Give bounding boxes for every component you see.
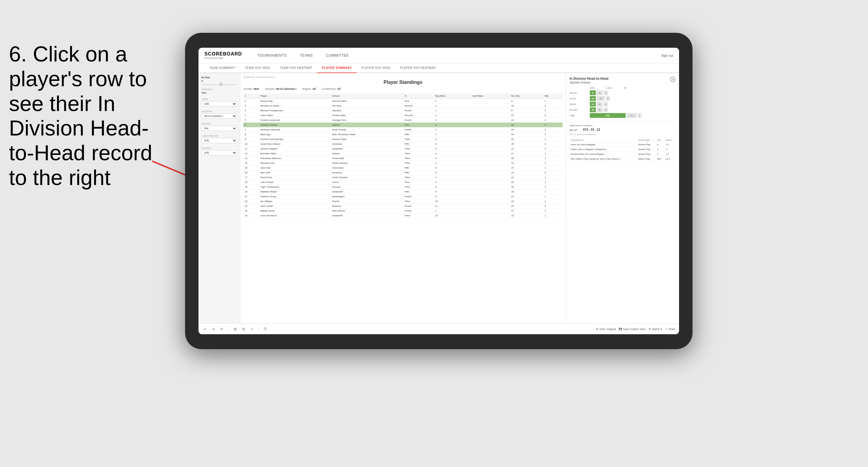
table-row[interactable]: 20 Matthew Riedel Vanderbilt Fifth 6 26 … (243, 189, 563, 194)
cell-school: Stanford (331, 108, 403, 113)
close-button[interactable]: ✕ (670, 77, 676, 82)
table-row[interactable]: 6 Jackson Koivun Auburn First 1 24 1 (243, 123, 563, 127)
h2h-row: 51-100 46 6 3 (569, 107, 676, 112)
nav-tab-teams[interactable]: TEAMS (293, 49, 320, 62)
table-row[interactable]: 5 Christo Lamprecht Georgia Tech Fourth … (243, 118, 563, 123)
h2h-grid-header: Win Loss Tie (569, 87, 676, 89)
tournament-row[interactable]: Mirabel Maui Jim Intercollegiate Stroke … (569, 152, 676, 157)
tab-player-summary[interactable]: PLAYER SUMMARY (317, 63, 357, 73)
cell-school: Missouri (331, 204, 403, 209)
cell-conf-rank (470, 137, 509, 142)
cell-no-rds: 24 (510, 137, 543, 142)
table-row[interactable]: 9 Preston Summerhays Arizona State Third… (243, 137, 563, 142)
table-row[interactable]: 12 Brendan Valles Auburn Third 4 27 1 (243, 151, 563, 156)
table-row[interactable]: 7 Nicholas Gabrelcik North Florida Fourt… (243, 127, 563, 132)
filter-row: Gender: Men Division: NCAA Division I Re… (243, 87, 563, 90)
conference-filter-value: All (337, 87, 341, 90)
cell-reg-rank: 1 (434, 113, 470, 118)
copy-button[interactable]: ⊞ (232, 326, 238, 332)
cell-player: Bastien Amat (259, 209, 331, 213)
paste-button[interactable]: ⧉ (241, 326, 247, 332)
table-row[interactable]: 11 Gordon Sargent Vanderbilt Third 4 21 … (243, 147, 563, 151)
table-row[interactable]: 1 Wenyi Ding Arizona State First 1 8 1 (243, 99, 563, 103)
table-row[interactable]: 10 Jacob Mou-Olesen Arkansas Fifth 3 25 … (243, 142, 563, 147)
center-panel: Update time: 27/03/2024 16:56:26 Player … (240, 73, 566, 323)
cell-no-rds: 27 (510, 113, 543, 118)
table-row[interactable]: 3 Michael Thorbjornsen Stanford Fourth 1… (243, 108, 563, 113)
cell-rank: 7 (243, 127, 259, 132)
nav-tab-tournaments[interactable]: TOURNAMENTS (251, 49, 293, 62)
region-select[interactable]: N/a (202, 126, 237, 131)
cell-no-rds: 27 (510, 166, 543, 170)
tab-team-h2h-heatmap[interactable]: TEAM H2H HEATMAP (275, 63, 317, 73)
year-select[interactable]: (All) (202, 101, 237, 106)
clock-button[interactable]: ⏱ (262, 326, 268, 332)
table-row[interactable]: 14 Maxwell Ford North Carolina Third 4 2… (243, 161, 563, 166)
col-win: Win (543, 93, 563, 99)
cell-player: Jake Hall (259, 166, 331, 170)
tab-team-summary[interactable]: TEAM SUMMARY (205, 63, 240, 73)
tab-team-h2h-grid[interactable]: TEAM H2H GRID (240, 63, 275, 73)
cell-no-rds: 24 (510, 132, 543, 137)
cell-year: Third (403, 199, 434, 204)
table-row[interactable]: 8 Mats Ege East Tennessee State Fifth 1 … (243, 132, 563, 137)
tab-player-h2h-heatmap[interactable]: PLAYER H2H HEATMAP (395, 63, 441, 73)
logo-title: SCOREBOARD (205, 51, 242, 57)
h2h-header: In Division Head-to-Head Jackson Koivun … (569, 77, 676, 84)
table-row[interactable]: 4 Luke Claton Florida State Second 1 27 … (243, 113, 563, 118)
cell-win: 1 (543, 156, 563, 161)
bottom-toolbar: ↩ ↪ ↻ ⊞ ⧉ ⤢ ⏱ 👁 View: Original 💾 Save Cu… (198, 323, 679, 334)
view-original-button[interactable]: 👁 View: Original (596, 328, 616, 331)
tournament-row[interactable]: Fallon Oak Collegiate Invitational Strok… (569, 147, 676, 152)
wl-percent: 98.1% (569, 129, 577, 132)
undo-button[interactable]: ↩ (202, 326, 208, 332)
division-select[interactable]: NCAA Division I (202, 114, 237, 119)
cell-year: Fourth (403, 118, 434, 123)
table-row[interactable]: 17 David Ford North Carolina Third 4 21 … (243, 175, 563, 180)
table-row[interactable]: 13 Phichaksn Maichon Texas A&M Third 6 3… (243, 156, 563, 161)
cell-player: Alex Goff (259, 170, 331, 175)
cell-player: Mats Ege (259, 132, 331, 137)
table-row[interactable]: 25 Cole Sherwood Vanderbilt Third 12 23 … (243, 213, 563, 218)
cell-win: 1 (543, 175, 563, 180)
table-header-row: # Player School Yr Reg Rank Conf Rank No… (243, 93, 563, 99)
conference-select[interactable]: (All) (202, 138, 237, 143)
gender-filter-label: Gender: (243, 87, 253, 90)
tournament-row[interactable]: SEC Match Play hosted by Jerry Pate Roun… (569, 157, 676, 161)
cell-rank: 24 (243, 209, 259, 213)
t-col-score: Score (664, 138, 676, 142)
sign-out-link[interactable]: Sign out (661, 54, 673, 57)
table-row[interactable]: 23 Jack Lundin Missouri Fourth 11 24 4 (243, 204, 563, 209)
cell-school: Tennessee (331, 166, 403, 170)
save-custom-view-button[interactable]: 💾 Save Custom View (619, 328, 646, 331)
no-rds-slider[interactable] (202, 84, 237, 85)
nav-tab-committee[interactable]: COMMITTEE (319, 49, 355, 62)
refresh-button[interactable]: ↻ (219, 326, 225, 332)
player-section: Player (All) (202, 147, 237, 155)
tournament-row[interactable]: Amer An Intercollegiate Stroke Play 4 -1… (569, 142, 676, 147)
cell-player: Jacob Mou-Olesen (259, 142, 331, 147)
watch-button[interactable]: 👁 Watch ▾ (649, 328, 662, 331)
cell-player: Jack Lundin (259, 204, 331, 209)
slider-thumb[interactable] (219, 83, 222, 86)
player-select[interactable]: (All) (202, 150, 237, 155)
cell-no-rds: 24 (510, 199, 543, 204)
table-row[interactable]: 2 Michael La Sasse Ole Miss Second 1 18 … (243, 103, 563, 108)
tab-player-h2h-grid[interactable]: PLAYER H2H GRID (357, 63, 395, 73)
t-col-event-type: Event Type (637, 138, 656, 142)
gender-filter-value: Men (254, 87, 259, 90)
table-row[interactable]: 21 Taehoon Song Washington Fourth 6 23 1 (243, 194, 563, 199)
expand-button[interactable]: ⤢ (249, 326, 255, 332)
cell-conf-rank (470, 123, 509, 127)
share-button[interactable]: ↗ Share (665, 328, 676, 331)
table-row[interactable]: 15 Jake Hall Tennessee Fifth 4 27 1 (243, 166, 563, 170)
table-row[interactable]: 19 Tiger Christensen Arizona Third 8 23 … (243, 185, 563, 189)
h2h-bar-loss: 4 (597, 102, 602, 106)
redo-button[interactable]: ↪ (211, 326, 216, 332)
table-row[interactable]: 16 Alex Goff Kentucky Fifth 8 19 0 (243, 170, 563, 175)
table-row[interactable]: 18 Luke Powell UCLA First 4 24 1 (243, 180, 563, 185)
table-row[interactable]: 24 Bastien Amat New Mexico Fourth 1 27 2 (243, 209, 563, 213)
cell-rank: 13 (243, 156, 259, 161)
table-row[interactable]: 22 Ian Gilligan Florida Third 10 24 1 (243, 199, 563, 204)
tablet-frame: SCOREBOARD Powered by clippi TOURNAMENTS… (185, 33, 692, 349)
